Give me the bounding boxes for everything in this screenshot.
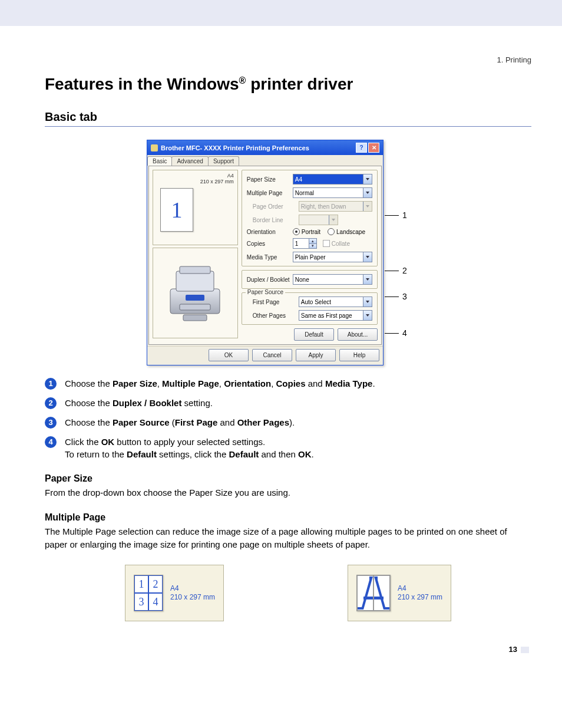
printer-icon bbox=[160, 261, 230, 325]
step-badge-4: 4 bbox=[45, 436, 57, 448]
section-heading-basic-tab: Basic tab bbox=[45, 110, 531, 127]
chevron-down-icon[interactable] bbox=[363, 252, 372, 262]
dialog-titlebar[interactable]: Brother MFC- XXXX Printer Printing Prefe… bbox=[147, 140, 383, 155]
label-first-page: First Page bbox=[247, 299, 299, 305]
group-paper-source: Paper Source First Page Auto Select Othe… bbox=[242, 292, 378, 325]
select-duplex-value: None bbox=[295, 276, 309, 283]
step-badge-3: 3 bbox=[45, 417, 57, 429]
step-3: 3 Choose the Paper Source (First Page an… bbox=[45, 416, 531, 429]
select-multiple-page-value: Normal bbox=[295, 190, 314, 196]
svg-rect-7 bbox=[374, 597, 384, 599]
svg-rect-6 bbox=[363, 597, 373, 599]
radio-landscape[interactable]: Landscape bbox=[328, 228, 365, 235]
label-orientation: Orientation bbox=[247, 229, 293, 235]
page-edge-tab-icon bbox=[521, 647, 529, 653]
apply-button[interactable]: Apply bbox=[296, 349, 336, 361]
letter-a-right-icon bbox=[374, 577, 389, 610]
printer-illustration-box bbox=[153, 248, 238, 338]
checkbox-collate-label: Collate bbox=[332, 241, 350, 247]
step-badge-2: 2 bbox=[45, 397, 57, 409]
page-title-pre: Features in the Windows bbox=[45, 75, 239, 93]
group-duplex: Duplex / Booklet None bbox=[242, 270, 378, 289]
select-paper-size[interactable]: A4 bbox=[293, 174, 372, 185]
callout-2-label: 2 bbox=[402, 266, 407, 275]
select-border-line bbox=[299, 215, 338, 225]
tab-advanced[interactable]: Advanced bbox=[171, 156, 208, 166]
example-poster-grid bbox=[356, 575, 391, 611]
help-button[interactable]: Help bbox=[339, 349, 379, 361]
callout-3-label: 3 bbox=[402, 292, 407, 301]
radio-portrait[interactable]: Portrait bbox=[293, 228, 320, 235]
group-general: Paper Size A4 Multiple Page Normal bbox=[242, 170, 378, 266]
close-titlebar-button[interactable]: ✕ bbox=[368, 143, 379, 153]
label-duplex-booklet: Duplex / Booklet bbox=[247, 276, 293, 283]
checkbox-icon bbox=[323, 240, 330, 247]
grid-cell: 3 bbox=[134, 593, 148, 611]
select-duplex-booklet[interactable]: None bbox=[293, 274, 372, 285]
printer-app-icon bbox=[151, 144, 158, 151]
select-page-order: Right, then Down bbox=[299, 201, 372, 212]
poster-left-tile bbox=[357, 575, 373, 611]
callout-3: 3 bbox=[385, 292, 407, 301]
select-multiple-page[interactable]: Normal bbox=[293, 187, 372, 198]
poster-right-tile bbox=[373, 575, 390, 611]
callout-4-label: 4 bbox=[402, 328, 407, 338]
label-page-order: Page Order bbox=[247, 203, 299, 210]
subheading-paper-size: Paper Size bbox=[45, 473, 531, 484]
step-4: 4 Click the OK button to apply your sele… bbox=[45, 436, 531, 460]
chevron-down-icon[interactable] bbox=[363, 297, 372, 307]
example-4in1: 1 2 3 4 A4210 x 297 mm bbox=[125, 565, 224, 621]
checkbox-collate: Collate bbox=[323, 240, 350, 247]
grid-cell: 2 bbox=[148, 575, 163, 593]
label-copies: Copies bbox=[247, 241, 293, 247]
tab-basic[interactable]: Basic bbox=[147, 156, 172, 166]
label-paper-size: Paper Size bbox=[247, 176, 293, 183]
label-media-type: Media Type bbox=[247, 254, 293, 261]
cancel-button[interactable]: Cancel bbox=[252, 349, 292, 361]
chevron-down-icon[interactable] bbox=[363, 188, 372, 197]
chevron-down-icon bbox=[329, 215, 338, 225]
select-media-type[interactable]: Plain Paper bbox=[293, 252, 372, 262]
chevron-down-icon[interactable] bbox=[363, 311, 372, 320]
registered-symbol: ® bbox=[239, 75, 246, 85]
default-button[interactable]: Default bbox=[294, 328, 334, 341]
example-4in1-grid: 1 2 3 4 bbox=[134, 575, 163, 611]
tab-support[interactable]: Support bbox=[208, 156, 239, 166]
radio-portrait-label: Portrait bbox=[302, 229, 320, 235]
dialog-title: Brother MFC- XXXX Printer Printing Prefe… bbox=[161, 144, 309, 151]
svg-rect-5 bbox=[183, 315, 207, 321]
step-2: 2 Choose the Duplex / Booklet setting. bbox=[45, 397, 531, 409]
print-preferences-dialog: Brother MFC- XXXX Printer Printing Prefe… bbox=[147, 140, 384, 365]
step-badge-1: 1 bbox=[45, 378, 57, 390]
preview-paper-dim: 210 x 297 mm bbox=[157, 179, 234, 185]
radio-landscape-label: Landscape bbox=[336, 229, 365, 235]
paragraph-multiple-page: The Multiple Page selection can reduce t… bbox=[45, 525, 531, 551]
callout-1: 1 bbox=[385, 210, 407, 220]
letter-a-left-icon bbox=[358, 577, 373, 610]
select-other-pages[interactable]: Same as First page bbox=[299, 310, 372, 321]
help-titlebar-button[interactable]: ? bbox=[356, 143, 367, 153]
example-poster-label: A4210 x 297 mm bbox=[398, 584, 442, 602]
example-4in1-label: A4210 x 297 mm bbox=[170, 584, 215, 602]
chevron-down-icon[interactable] bbox=[363, 174, 372, 184]
chevron-down-icon[interactable] bbox=[363, 275, 372, 284]
copies-stepper[interactable]: 1 ▲▼ bbox=[293, 238, 317, 249]
stepper-buttons[interactable]: ▲▼ bbox=[309, 239, 316, 248]
page-header-bar bbox=[0, 0, 562, 26]
preview-paper-label: A4 bbox=[157, 173, 234, 179]
select-page-order-value: Right, then Down bbox=[301, 203, 346, 210]
page-preview-box: A4 210 x 297 mm 1 bbox=[153, 170, 238, 245]
about-button[interactable]: About... bbox=[338, 328, 378, 341]
radio-dot-icon bbox=[293, 228, 300, 235]
page-preview-sheet: 1 bbox=[160, 188, 193, 232]
select-media-type-value: Plain Paper bbox=[295, 254, 326, 261]
svg-rect-4 bbox=[180, 304, 210, 310]
example-poster: A4210 x 297 mm bbox=[348, 565, 451, 621]
callout-2: 2 bbox=[385, 266, 407, 275]
page-title: Features in the Windows® printer driver bbox=[45, 75, 531, 94]
grid-cell: 1 bbox=[134, 575, 148, 593]
label-other-pages: Other Pages bbox=[247, 312, 299, 319]
ok-button[interactable]: OK bbox=[209, 349, 249, 361]
select-first-page[interactable]: Auto Select bbox=[299, 297, 372, 307]
svg-rect-1 bbox=[176, 271, 214, 291]
